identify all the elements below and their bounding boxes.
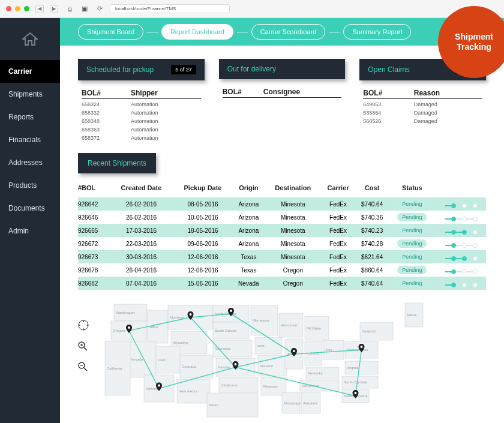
col-header: Origin [232, 184, 265, 197]
cell: Automation [131, 133, 201, 141]
state-label: Colorado [182, 365, 197, 368]
reader-icon[interactable]: ▣ [82, 5, 88, 13]
sidebar-item-financials[interactable]: Financials [0, 128, 60, 151]
col-header: Destination [265, 184, 321, 197]
dest-cell: Oregon [265, 263, 321, 277]
origin-cell: Texas [232, 250, 265, 263]
window-close-dot[interactable] [6, 6, 11, 11]
back-button[interactable]: ◀ [35, 5, 44, 13]
carrier-cell: FedEx [321, 211, 355, 224]
col-header: Consignee [263, 88, 342, 98]
browser-chrome: ◀ ▶ ⎙ ▣ ⟳ localhost/node/Finance/TMS [0, 0, 504, 18]
table-row[interactable]: 92667330-03-201612-06-2016TexasMinesotaF… [78, 250, 486, 263]
svg-point-1 [83, 321, 84, 322]
svg-point-4 [87, 325, 88, 326]
origin-cell: Texas [232, 263, 265, 277]
tab-shipment-board[interactable]: Shipment Board [78, 24, 143, 40]
origin-cell: Arizona [232, 197, 265, 211]
state-label: Wyoming [173, 341, 188, 344]
cell: Damaged [414, 107, 482, 116]
tab-summary-report[interactable]: Summary Report [343, 24, 411, 40]
sidebar-item-admin[interactable]: Admin [0, 220, 60, 242]
progress-indicator [445, 201, 477, 208]
tab-connector [329, 32, 340, 32]
table-row[interactable]: 658363Automation [82, 124, 201, 133]
bol-cell: 926646 [78, 211, 109, 224]
sidebar: CarrierShipmentsReportsFinancialsAddress… [0, 18, 60, 423]
scheduled-pickup-card: Scheduled for pickup 5 of 27 BOL#Shipper… [78, 59, 205, 141]
col-header: BOL# [223, 88, 263, 98]
status-badge: Pending [397, 200, 427, 208]
state-label: Texas [209, 403, 218, 407]
status-badge: Pending [397, 213, 427, 221]
table-row[interactable]: 658348Automation [82, 116, 201, 124]
state-label: Maine [407, 313, 417, 317]
dest-cell: Minesota [265, 237, 321, 250]
url-bar[interactable]: localhost/node/Finance/TMS [110, 4, 230, 13]
carrier-cell: FedEx [321, 237, 355, 250]
home-icon[interactable] [0, 18, 60, 60]
cell: Automation [131, 116, 201, 124]
sidebar-item-addresses[interactable]: Addresses [0, 151, 60, 174]
origin-cell: Arizona [232, 224, 265, 237]
cost-cell: $860.64 [355, 263, 389, 277]
status-badge: Pending [397, 239, 427, 248]
table-row[interactable]: 92667826-04-201612-06-2016TexasOregonFed… [78, 263, 486, 277]
table-row[interactable]: 658324Automation [82, 99, 201, 108]
state-label: Utah [158, 358, 166, 362]
created-cell: 07-04-2016 [109, 277, 173, 290]
table-row[interactable]: 92666517-03-201618-05-2016ArizonaMinesot… [78, 224, 486, 237]
pickup-cell: 08-05-2016 [173, 197, 233, 211]
zoom-out-icon[interactable] [78, 362, 89, 374]
dest-cell: Minesota [265, 224, 321, 237]
cell: 658324 [82, 99, 131, 108]
table-row[interactable]: 535864Damaged [363, 107, 482, 116]
forward-button[interactable]: ▶ [50, 5, 58, 13]
status-badge: Pending [397, 226, 427, 235]
table-row[interactable]: 649853Damaged [363, 99, 482, 108]
table-row[interactable]: 658332Automation [82, 107, 201, 116]
table-row[interactable]: 92668207-04-201615-06-2016NevadaOregonFe… [78, 277, 486, 290]
card-count: 5 of 27 [171, 65, 196, 74]
svg-point-14 [230, 310, 232, 312]
bol-cell: 926682 [78, 277, 109, 290]
svg-line-6 [84, 347, 87, 350]
pickup-cell: 12-06-2016 [173, 263, 233, 277]
col-header: BOL# [363, 89, 413, 99]
created-cell: 26-02-2016 [109, 211, 173, 224]
tab-connector [237, 32, 248, 32]
state-label: New mexico [179, 389, 199, 393]
window-minimize-dot[interactable] [15, 6, 20, 11]
state-label: Montana [170, 316, 184, 319]
table-row[interactable]: 568526Damaged [363, 116, 482, 124]
progress-indicator [445, 227, 477, 234]
compass-icon[interactable] [78, 320, 89, 333]
print-icon[interactable]: ⎙ [68, 5, 72, 13]
sidebar-item-documents[interactable]: Documents [0, 197, 60, 220]
zoom-in-icon[interactable] [78, 341, 89, 353]
shipment-map[interactable]: WashingtonOregonIdahoMontanaNorth Dakota… [60, 290, 504, 421]
window-maximize-dot[interactable] [24, 6, 29, 11]
sidebar-item-carrier[interactable]: Carrier [0, 60, 60, 83]
created-cell: 17-03-2016 [109, 224, 173, 237]
refresh-icon[interactable]: ⟳ [97, 5, 103, 13]
table-row[interactable]: 658372Automation [82, 133, 201, 141]
tab-carrier-scoreboard[interactable]: Carrier Scoreboard [251, 24, 326, 40]
table-row[interactable]: 92664226-02-201608-05-2016ArizonaMinesot… [78, 197, 486, 211]
table-row[interactable]: 92664626-02-201610-05-2016ArizonaMinesot… [78, 211, 486, 224]
table-row[interactable]: 92667222-03-201609-06-2016ArizonaMinesot… [78, 237, 486, 250]
col-header: Carrier [321, 184, 355, 197]
svg-point-16 [293, 350, 295, 352]
cell: 535864 [363, 107, 413, 116]
tab-report-dashboard[interactable]: Report Dashboard [161, 24, 233, 40]
progress-indicator [445, 267, 477, 274]
sidebar-item-shipments[interactable]: Shipments [0, 83, 60, 106]
tab-bar: Shipment BoardReport DashboardCarrier Sc… [60, 18, 504, 46]
sidebar-item-reports[interactable]: Reports [0, 106, 60, 128]
svg-line-10 [84, 368, 87, 371]
state-label: Michigan [307, 326, 321, 330]
col-header: Pickup Date [173, 184, 233, 197]
sidebar-item-products[interactable]: Products [0, 174, 60, 197]
cell: Damaged [414, 116, 482, 124]
cell: Automation [131, 99, 201, 108]
